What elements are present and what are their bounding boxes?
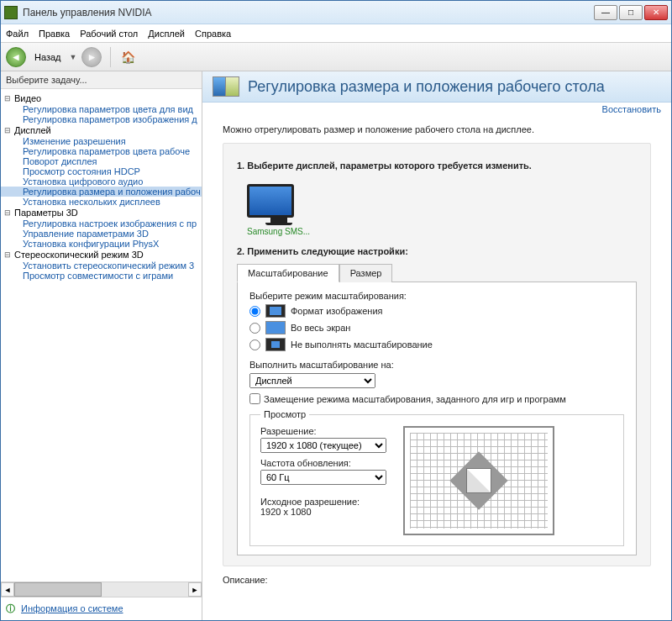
tree-item-disp-multi[interactable]: Установка нескольких дисплеев (1, 197, 202, 207)
back-label: Назад (34, 52, 61, 62)
refresh-label: Частота обновления: (260, 458, 386, 468)
tree-cat-stereo[interactable]: Стереоскопический режим 3D (1, 249, 202, 261)
override-checkbox[interactable] (249, 393, 260, 404)
task-label: Выберите задачу... (1, 71, 202, 89)
menu-help[interactable]: Справка (195, 29, 231, 39)
native-value: 1920 x 1080 (260, 507, 386, 517)
header-icon (213, 76, 239, 97)
back-button[interactable]: ◄ (6, 47, 26, 67)
refresh-select[interactable]: 60 Гц (260, 470, 386, 485)
preview-legend: Просмотр (260, 409, 309, 419)
scroll-left-icon[interactable]: ◄ (1, 582, 14, 597)
tab-scaling[interactable]: Масштабирование (237, 264, 339, 282)
step2-label: 2. Применить следующие настройки: (237, 246, 637, 256)
menu-display[interactable]: Дисплей (148, 29, 185, 39)
info-icon: ⓘ (6, 603, 15, 613)
minimize-button[interactable]: — (594, 5, 617, 20)
tree-item-disp-resize[interactable]: Регулировка размера и положения рабоч (1, 187, 202, 197)
radio-full-label: Во весь экран (291, 323, 350, 333)
back-history-dropdown[interactable]: ▼ (70, 53, 77, 61)
radio-aspect-label: Формат изображения (291, 306, 383, 316)
home-button[interactable]: 🏠 (119, 49, 136, 66)
menu-file[interactable]: Файл (6, 29, 29, 39)
res-label: Разрешение: (260, 426, 386, 436)
sidebar: Выберите задачу... Видео Регулировка пар… (1, 71, 202, 620)
menubar: Файл Правка Рабочий стол Дисплей Справка (1, 24, 671, 43)
tree-item-disp-audio[interactable]: Установка цифрового аудио (1, 176, 202, 187)
tree-item-stereo-set[interactable]: Установить стереоскопический режим 3 (1, 261, 202, 271)
tree-item-disp-hdcp[interactable]: Просмотр состояния HDCP (1, 166, 202, 176)
toolbar-separator (110, 47, 111, 67)
settings-panel: 1. Выберите дисплей, параметры которого … (223, 143, 651, 566)
tree-item-disp-color[interactable]: Регулировка параметров цвета рабоче (1, 146, 202, 156)
tree-item-disp-rotate[interactable]: Поворот дисплея (1, 156, 202, 166)
page-title: Регулировка размера и положения рабочего… (248, 78, 661, 96)
test-pattern (403, 426, 554, 535)
content: Регулировка размера и положения рабочего… (202, 71, 671, 620)
toolbar: ◄ Назад ▼ ► 🏠 (1, 43, 671, 71)
tab-size[interactable]: Размер (339, 264, 393, 282)
close-button[interactable]: ✕ (644, 5, 668, 20)
sysinfo-link[interactable]: Информация о системе (21, 603, 123, 613)
native-label: Исходное разрешение: (260, 497, 386, 507)
monitor-label: Samsung SMS... (247, 227, 310, 236)
tree-item-3d-physx[interactable]: Установка конфигурации PhysX (1, 239, 202, 249)
content-header: Регулировка размера и положения рабочего… (202, 71, 671, 103)
tab-content-scaling: Выберите режим масштабирования: Формат и… (237, 282, 637, 555)
task-tree: Видео Регулировка параметров цвета для в… (1, 89, 202, 582)
tree-item-video-image[interactable]: Регулировка параметров изображения д (1, 114, 202, 124)
radio-aspect[interactable] (249, 306, 260, 317)
monitor-icon (247, 184, 294, 218)
radio-full[interactable] (249, 323, 260, 334)
tree-item-disp-res[interactable]: Изменение разрешения (1, 136, 202, 146)
step1-label: 1. Выберите дисплей, параметры которого … (237, 161, 637, 171)
perform-on-select[interactable]: Дисплей (249, 373, 375, 388)
menu-desktop[interactable]: Рабочий стол (80, 29, 138, 39)
scroll-right-icon[interactable]: ► (188, 582, 202, 597)
override-label: Замещение режима масштабирования, заданн… (264, 394, 566, 404)
intro-text: Можно отрегулировать размер и положение … (223, 124, 651, 134)
restore-link[interactable]: Восстановить (202, 103, 671, 116)
tree-cat-video[interactable]: Видео (1, 92, 202, 104)
description-label: Описание: (223, 575, 651, 585)
sidebar-hscroll[interactable]: ◄ ► (1, 582, 202, 597)
tree-cat-display[interactable]: Дисплей (1, 124, 202, 136)
tree-item-3d-image[interactable]: Регулировка настроек изображения с пр (1, 218, 202, 229)
sysinfo: ⓘ Информация о системе (1, 597, 202, 620)
full-icon (265, 321, 286, 334)
nvidia-icon (4, 6, 18, 19)
scaling-mode-label: Выберите режим масштабирования: (249, 291, 624, 301)
titlebar: Панель управления NVIDIA — □ ✕ (1, 1, 671, 24)
monitor-select[interactable]: Samsung SMS... (247, 184, 310, 236)
scroll-thumb[interactable] (14, 582, 102, 597)
forward-button: ► (81, 47, 102, 67)
window-title: Панель управления NVIDIA (23, 7, 594, 18)
radio-none[interactable] (249, 339, 260, 350)
menu-edit[interactable]: Правка (39, 29, 70, 39)
none-icon (265, 338, 286, 351)
tree-item-3d-manage[interactable]: Управление параметрами 3D (1, 229, 202, 239)
resolution-select[interactable]: 1920 x 1080 (текущее) (260, 438, 386, 453)
tree-item-stereo-compat[interactable]: Просмотр совместимости с играми (1, 271, 202, 281)
tabs: Масштабирование Размер (237, 263, 637, 282)
preview-fieldset: Просмотр Разрешение: 1920 x 1080 (текуще… (249, 409, 624, 546)
tree-cat-3d[interactable]: Параметры 3D (1, 207, 202, 218)
maximize-button[interactable]: □ (619, 5, 643, 20)
radio-none-label: Не выполнять масштабирование (291, 339, 433, 350)
aspect-icon (265, 304, 286, 318)
tree-item-video-color[interactable]: Регулировка параметров цвета для вид (1, 104, 202, 114)
perform-on-label: Выполнить масштабирование на: (249, 360, 624, 370)
